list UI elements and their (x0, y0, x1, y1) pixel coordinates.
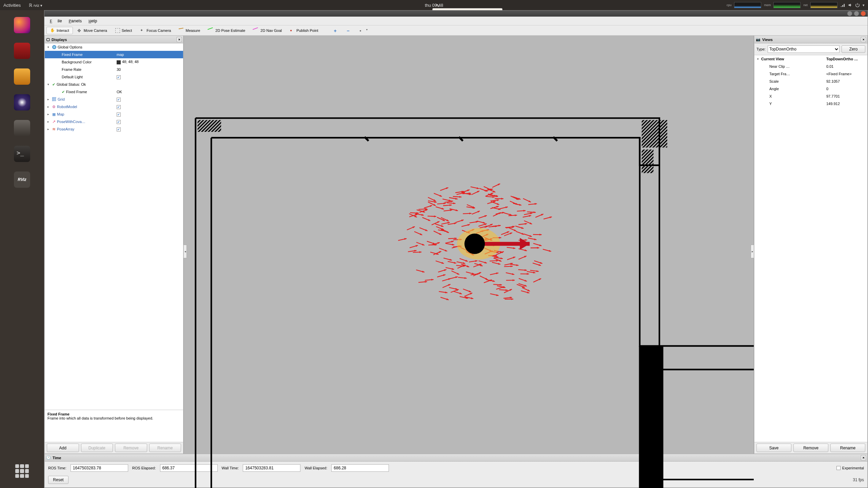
svg-marker-178 (480, 264, 483, 266)
svg-marker-424 (525, 269, 527, 271)
svg-marker-216 (469, 290, 471, 292)
tree-row-bg-color[interactable]: Background Color48; 48; 48 (45, 58, 183, 66)
tree-row-grid[interactable]: ▸Grid (45, 96, 183, 103)
dock-terminal[interactable] (14, 146, 30, 162)
svg-marker-432 (511, 298, 513, 300)
svg-marker-226 (513, 279, 515, 281)
tool-measure[interactable]: Measure (175, 27, 204, 34)
displays-description: Fixed Frame Frame into which all data is… (45, 410, 183, 442)
close-icon[interactable]: ✕ (177, 37, 182, 42)
tree-row-frame-rate[interactable]: Frame Rate30 (45, 66, 183, 73)
ros-elapsed-label: ROS Elapsed: (132, 466, 156, 470)
checkbox[interactable] (117, 113, 121, 117)
checkbox[interactable] (117, 98, 121, 102)
tool-focus-camera[interactable]: Focus Camera (136, 27, 175, 34)
window-titlebar[interactable] (44, 11, 868, 17)
dock-firefox[interactable] (14, 17, 30, 33)
svg-marker-296 (425, 229, 428, 231)
svg-marker-38 (525, 285, 527, 286)
zero-button[interactable]: Zero (842, 45, 865, 53)
svg-marker-386 (493, 190, 495, 192)
volume-icon[interactable] (848, 3, 852, 7)
svg-marker-58 (441, 262, 444, 264)
svg-marker-24 (445, 249, 447, 251)
reset-button[interactable]: Reset (48, 476, 68, 484)
dock-show-apps[interactable] (15, 464, 29, 478)
network-icon[interactable] (840, 3, 845, 7)
svg-marker-366 (509, 214, 512, 215)
close-icon[interactable]: ✕ (861, 455, 866, 460)
tool-2d-nav-goal[interactable]: 2D Nav Goal (250, 27, 285, 34)
tree-row-robotmodel[interactable]: ▸RobotModel (45, 103, 183, 110)
displays-panel-header[interactable]: 🖵 Displays ✕ (45, 36, 183, 43)
net-graph[interactable] (810, 2, 837, 8)
activities-button[interactable]: Activities (3, 3, 21, 8)
tool-2d-pose-estimate[interactable]: 2D Pose Estimate (204, 27, 249, 34)
checkbox[interactable] (117, 127, 121, 131)
minus-icon (347, 28, 352, 33)
select-icon (115, 28, 120, 33)
tool-select[interactable]: Select (112, 27, 136, 34)
move-icon (77, 28, 82, 33)
toolbar: Interact Move Camera Select Focus Camera… (44, 25, 868, 36)
svg-marker-274 (437, 242, 440, 244)
dock-app-red[interactable] (14, 43, 30, 59)
tree-row-default-light[interactable]: Default Light (45, 73, 183, 81)
svg-point-456 (465, 233, 485, 254)
views-rename-button[interactable]: Rename (830, 444, 865, 452)
mem-graph[interactable] (773, 2, 801, 8)
experimental-checkbox[interactable]: Experimental (836, 466, 864, 470)
svg-marker-84 (485, 223, 487, 225)
app-indicator[interactable]: ℝ rviz ▾ (29, 3, 42, 8)
dropdown-icon[interactable]: ▾ (863, 3, 865, 7)
pose-cov-icon (52, 119, 56, 124)
menu-panels[interactable]: Panels (66, 17, 84, 24)
globe-icon (52, 45, 56, 49)
dock-app-yellow[interactable] (14, 68, 30, 85)
tool-move-camera[interactable]: Move Camera (74, 27, 111, 34)
tool-add[interactable] (330, 27, 342, 34)
tree-row-global-status[interactable]: ▾Global Status: Ok (45, 81, 183, 88)
menu-file[interactable]: File (47, 17, 65, 24)
views-remove-button[interactable]: Remove (793, 444, 828, 452)
views-panel-header[interactable]: 📷 Views ✕ (754, 36, 867, 43)
views-save-button[interactable]: Save (756, 444, 791, 452)
tree-row-map[interactable]: ▸Map (45, 110, 183, 118)
fps-indicator: 31 fps (853, 477, 864, 482)
power-icon[interactable] (855, 3, 860, 7)
tool-publish-point[interactable]: Publish Point (286, 27, 322, 34)
close-icon[interactable]: ✕ (861, 37, 866, 42)
menu-help[interactable]: Help (86, 17, 100, 24)
3d-viewport[interactable]: ◂ ▸ (183, 36, 754, 454)
checkbox[interactable] (117, 75, 121, 79)
checkbox[interactable] (117, 105, 121, 109)
dock-files[interactable] (14, 120, 30, 136)
window-close[interactable] (861, 11, 866, 16)
tool-interact[interactable]: Interact (46, 27, 73, 34)
tree-row-fixed-frame[interactable]: Fixed Framemap (45, 51, 183, 58)
ros-time-field[interactable] (71, 464, 128, 472)
measure-icon (179, 27, 184, 33)
dock-eclipse[interactable] (14, 94, 30, 110)
cpu-graph[interactable] (734, 2, 761, 8)
view-type-select[interactable]: TopDownOrtho (768, 45, 840, 53)
svg-marker-272 (485, 215, 487, 217)
camera-icon: 📷 (756, 37, 761, 42)
displays-panel: 🖵 Displays ✕ ▾Global Options Fixed Frame… (44, 36, 183, 454)
dock-rviz[interactable]: RViz (14, 171, 30, 188)
svg-marker-380 (525, 280, 527, 281)
tree-row-posearray[interactable]: ▸PoseArray (45, 125, 183, 133)
window-minimize[interactable] (847, 11, 852, 16)
tree-row-status-ff[interactable]: Fixed FrameOK (45, 88, 183, 96)
publish-icon (290, 28, 295, 33)
views-tree[interactable]: ▾Current ViewTopDownOrtho … Near Clip …0… (754, 55, 867, 442)
svg-marker-214 (538, 264, 541, 266)
tool-more[interactable]: ▾ (356, 27, 375, 34)
tree-row-posewithcov[interactable]: ▸PoseWithCova… (45, 118, 183, 125)
window-maximize[interactable] (854, 11, 859, 16)
clock[interactable]: thu 09:48 (425, 3, 443, 8)
displays-tree[interactable]: ▾Global Options Fixed Framemap Backgroun… (45, 43, 183, 410)
add-button[interactable]: Add (47, 444, 79, 452)
checkbox[interactable] (117, 120, 121, 124)
tool-remove[interactable] (343, 27, 355, 34)
